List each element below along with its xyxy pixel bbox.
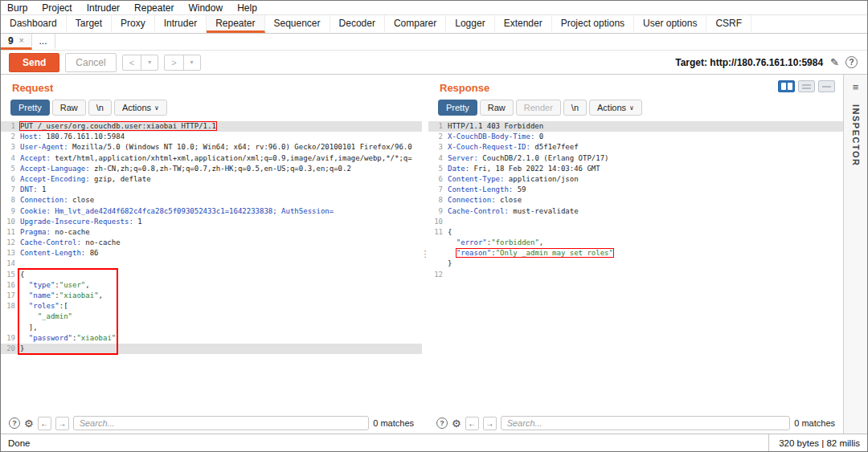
token: Date: [448,165,469,173]
token: Cache-Control: [20,238,81,246]
line-number: 5 [1,164,15,174]
search-settings-gear-icon[interactable]: ⚙ [452,418,461,429]
search-next-button[interactable]: → [55,417,69,430]
request-tab-newline[interactable]: \n [88,100,112,116]
layout-single-button[interactable] [818,80,835,92]
request-tab-raw[interactable]: Raw [52,100,86,116]
request-tab-actions[interactable]: Actions∨ [114,100,167,116]
next-request-button[interactable]: > ▾ [164,55,200,71]
tab-comparer[interactable]: Comparer [385,15,446,33]
tab-repeater[interactable]: Repeater [207,15,264,33]
target-label: Target: http://180.76.161.10:5984 [675,57,823,68]
editor-row: 6Content-Type: application/json [428,174,843,185]
tab-extender[interactable]: Extender [495,15,552,33]
token [20,312,38,320]
editor-line: PUT /_users/org.couchdb.user:xiaobai HTT… [20,121,216,132]
token: Cache-Control: [448,207,509,215]
menu-intruder[interactable]: Intruder [87,2,120,14]
request-search-input[interactable] [73,416,370,430]
cancel-button[interactable]: Cancel [65,53,116,72]
chevron-down-icon[interactable]: ▾ [183,55,200,70]
editor-row: 2X-CouchDB-Body-Time: 0 [428,132,843,142]
response-tab-label: Actions [597,103,626,112]
token: text/html,application/xhtml+xml,applicat… [51,154,412,162]
tab-target[interactable]: Target [67,15,112,33]
editor-row: 4Accept: text/html,application/xhtml+xml… [1,153,422,164]
response-tab-raw[interactable]: Raw [480,100,514,116]
menu-repeater[interactable]: Repeater [134,2,174,14]
response-view-tabs: PrettyRawRender\nActions∨ [438,100,843,116]
tab-intruder[interactable]: Intruder [155,15,207,33]
tab-csrf[interactable]: CSRF [706,15,751,33]
inspector-collapse-icon[interactable]: ≡ [853,81,859,93]
target-url: http://180.76.161.10:5984 [710,57,823,68]
token [20,291,29,299]
burp-window: BurpProjectIntruderRepeaterWindowHelp Da… [0,0,868,452]
token: :[ [59,302,68,310]
token [448,238,457,246]
editor-row: 19 "password":"xiaobai" [1,333,422,344]
token: HTTP/1.1 403 Forbidden [448,122,543,130]
help-icon[interactable]: ? [845,56,858,68]
line-number [1,323,15,333]
send-button[interactable]: Send [9,53,59,72]
editor-row: 10Upgrade-Insecure-Requests: 1 [1,217,422,227]
request-panel: Request PrettyRaw\nActions∨ 1PUT /_users… [1,75,422,434]
tab-decoder[interactable]: Decoder [330,15,385,33]
layout-columns-button[interactable] [778,80,795,92]
menu-window[interactable]: Window [188,2,223,14]
response-tab-pretty[interactable]: Pretty [438,100,477,116]
editor-row: "reason":"Only _admin may set roles" [428,248,843,259]
tab-logger[interactable]: Logger [446,15,494,33]
request-tab-pretty[interactable]: Pretty [10,100,50,116]
response-tab-actions[interactable]: Actions∨ [589,100,642,116]
request-editor[interactable]: 1PUT /_users/org.couchdb.user:xiaobai HT… [1,120,422,413]
editor-line: Cookie: Hm_lvt_ade42d4f682c4fca28c5f0930… [20,206,334,217]
editor-line: "reason":"Only _admin may set roles" [448,248,613,259]
menu-help[interactable]: Help [237,2,257,14]
repeater-tab-n[interactable]: ... [32,34,55,50]
menu-burp[interactable]: Burp [7,2,27,14]
edit-target-icon[interactable]: ✎ [830,56,839,68]
next-request-label: > [165,55,182,70]
layout-rows-button[interactable] [798,80,815,92]
search-help-icon[interactable]: ? [436,417,448,429]
editor-line: X-CouchDB-Body-Time: 0 [448,132,543,142]
token: "forbidden" [491,238,539,246]
tab-user-options[interactable]: User options [634,15,706,33]
token: close [496,196,522,204]
search-help-icon[interactable]: ? [9,417,20,429]
pane-splitter[interactable]: ⋮ [422,75,428,434]
chevron-down-icon[interactable]: ▾ [141,55,158,70]
search-prev-button[interactable]: ← [465,417,479,430]
search-prev-button[interactable]: ← [38,417,51,430]
line-number: 6 [428,174,443,185]
editor-line: Connection: close [448,195,522,206]
prev-request-button[interactable]: < ▾ [122,55,158,71]
token: Cookie: [20,207,51,215]
editor-row: 20} [1,344,422,354]
search-settings-gear-icon[interactable]: ⚙ [24,418,34,429]
close-tab-icon[interactable]: × [19,36,24,45]
tab-sequencer[interactable]: Sequencer [265,15,330,33]
response-tab-render[interactable]: Render [516,100,561,116]
token: "name" [29,291,55,299]
repeater-tab-9[interactable]: 9× [1,34,32,50]
tab-dashboard[interactable]: Dashboard [1,15,67,33]
token: 1 [38,185,47,193]
response-tab-newline[interactable]: \n [563,100,587,116]
editor-row: 1PUT /_users/org.couchdb.user:xiaobai HT… [1,121,422,132]
tab-proxy[interactable]: Proxy [112,15,155,33]
token: "_admin" [38,312,72,320]
response-editor[interactable]: 1HTTP/1.1 403 Forbidden2X-CouchDB-Body-T… [428,120,843,413]
inspector-sidebar[interactable]: ≡ INSPECTOR [843,75,867,434]
search-next-button[interactable]: → [483,417,497,430]
token: } [20,344,24,352]
response-search-input[interactable] [501,416,791,430]
menu-project[interactable]: Project [42,2,72,14]
editor-line: ], [20,323,38,333]
token: DNT: [20,185,38,193]
editor-row: 11Pragma: no-cache [1,227,422,238]
editor-row: 5Accept-Language: zh-CN,zh;q=0.8,zh-TW;q… [1,164,422,174]
tab-project-options[interactable]: Project options [552,15,634,33]
